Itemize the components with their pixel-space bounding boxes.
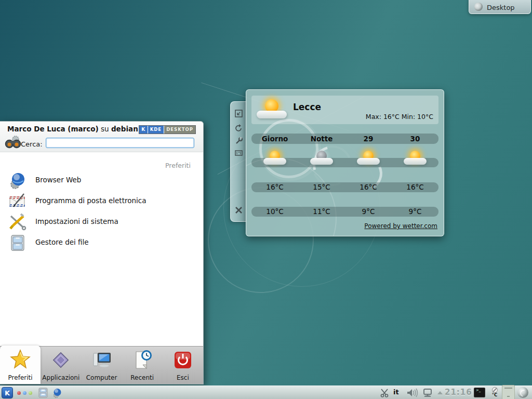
menu-item-label: Programma di posta elettronica — [35, 196, 146, 205]
rotate-icon[interactable] — [234, 124, 243, 132]
calendar-widget[interactable] — [502, 385, 515, 399]
kickoff-header: Marco De Luca (marco) su debian K KDE DE… — [0, 122, 203, 152]
toolbox-label: Desktop — [487, 4, 515, 11]
kickoff-launcher: Marco De Luca (marco) su debian K KDE DE… — [0, 121, 204, 384]
sun-cloud-icon — [402, 150, 429, 168]
weather-city: Lecce — [293, 102, 321, 112]
star-icon — [10, 349, 31, 369]
widget-settings-icon[interactable] — [234, 149, 243, 157]
search-label: Cerca: — [21, 140, 43, 148]
sun-cloud-icon — [256, 98, 289, 122]
desktop: Desktop Lecce Max: 16°C Min: 10°C — [0, 0, 532, 399]
day-temp: 16°C — [251, 182, 298, 192]
weather-header: Lecce Max: 16°C Min: 10°C — [251, 96, 438, 124]
keyboard-layout-indicator[interactable]: it — [393, 388, 399, 396]
web-browser-icon — [8, 171, 27, 190]
pager-dot-blue[interactable] — [23, 391, 26, 395]
debian-swirl-ring — [259, 119, 318, 178]
host-name: debian — [111, 125, 138, 133]
no-data-icon — [492, 387, 498, 393]
mail-client-icon — [8, 192, 27, 210]
close-icon[interactable] — [234, 206, 243, 215]
widget-handle[interactable] — [230, 101, 247, 222]
tab-preferiti[interactable]: Preferiti — [0, 345, 41, 384]
menu-item-browser-web[interactable]: Browser Web — [5, 170, 197, 191]
web-browser-icon[interactable] — [52, 388, 62, 399]
col-header: 29 — [345, 134, 392, 144]
plasma-cashew-icon — [474, 3, 483, 11]
tray-expander-icon[interactable] — [437, 391, 443, 394]
terminal-icon[interactable]: >_ — [474, 388, 485, 397]
night-temp: 9°C — [392, 207, 438, 217]
tab-recenti[interactable]: Recenti — [122, 347, 163, 384]
favorites-section-label: Preferiti — [165, 162, 191, 169]
weather-column-headers: Giorno Notte 29 30 — [251, 134, 438, 144]
power-icon — [172, 350, 193, 370]
menu-item-label: Gestore dei file — [35, 238, 89, 246]
wetter-credit-link[interactable]: Powered by wetter.com — [364, 222, 437, 230]
day-temp: 15°C — [298, 182, 345, 192]
menu-item-file-manager[interactable]: Gestore dei file — [5, 232, 197, 253]
search-binoculars-icon — [4, 135, 22, 150]
weather-condition-row — [251, 158, 438, 167]
user-title: Marco De Luca (marco) su debian — [7, 125, 138, 133]
tab-computer[interactable]: Computer — [81, 347, 122, 384]
night-temp: 11°C — [298, 207, 345, 217]
day-temp: 16°C — [392, 182, 438, 192]
menu-item-mail[interactable]: Programma di posta elettronica — [5, 191, 197, 211]
col-header: Giorno — [251, 134, 298, 144]
weather-widget[interactable]: Lecce Max: 16°C Min: 10°C Giorno Notte 2… — [246, 89, 444, 236]
digital-clock[interactable]: 21:16 — [445, 388, 472, 397]
file-manager-icon[interactable] — [38, 388, 48, 399]
menu-item-label: Browser Web — [35, 176, 81, 184]
applications-diamond-icon — [50, 350, 71, 370]
resize-icon[interactable] — [234, 109, 243, 118]
col-header: Notte — [298, 134, 345, 144]
kde-menu-button[interactable]: K — [2, 387, 13, 398]
kde-logo-icon: K — [139, 126, 148, 134]
file-manager-icon — [8, 233, 27, 252]
desktop-toolbox[interactable]: Desktop — [469, 0, 531, 14]
weather-tray-icon[interactable]: °C — [490, 387, 499, 399]
configure-wrench-icon[interactable] — [234, 137, 243, 145]
search-input[interactable] — [46, 138, 194, 148]
recent-documents-icon — [132, 350, 153, 370]
menu-item-system-settings[interactable]: Impostazioni di sistema — [5, 211, 197, 232]
col-header: 30 — [392, 134, 438, 144]
menu-item-label: Impostazioni di sistema — [35, 217, 118, 225]
tab-applicazioni[interactable]: Applicazioni — [41, 347, 81, 384]
system-settings-icon — [8, 212, 27, 231]
day-temp: 16°C — [345, 182, 392, 192]
kde-desktop-badge: K KDE DESKTOP — [139, 125, 196, 134]
network-monitor-icon[interactable] — [422, 388, 433, 399]
panel-cashew-icon[interactable] — [517, 387, 528, 398]
user-name: Marco De Luca (marco) — [7, 125, 99, 133]
speaker-icon[interactable] — [406, 388, 419, 399]
tab-esci[interactable]: Esci — [163, 347, 203, 384]
kickoff-tab-bar: Preferiti Applicazioni Computer Recenti — [0, 346, 203, 384]
weather-maxmin: Max: 16°C Min: 10°C — [366, 113, 433, 121]
debian-swirl-ring — [246, 157, 337, 236]
weather-night-temps: 10°C 11°C 9°C 9°C — [251, 207, 438, 217]
bottom-panel: K it 21:16 >_ °C — [0, 385, 532, 399]
night-temp: 9°C — [345, 207, 392, 217]
night-temp: 10°C — [251, 207, 298, 217]
moon-cloud-icon — [308, 150, 335, 168]
computer-icon — [91, 350, 112, 370]
pager-dot-red[interactable] — [17, 391, 21, 395]
sun-cloud-icon — [355, 150, 382, 168]
sun-cloud-icon — [261, 150, 288, 168]
scissors-icon[interactable] — [379, 388, 390, 399]
pager-dot-green[interactable] — [29, 391, 32, 395]
weather-day-temps: 16°C 15°C 16°C 16°C — [251, 182, 438, 192]
